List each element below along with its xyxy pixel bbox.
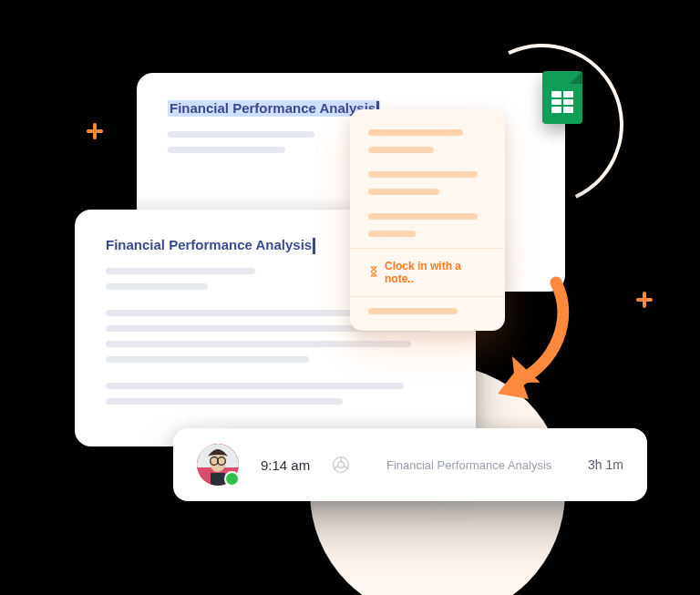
arrow-down-icon bbox=[474, 273, 583, 410]
document-title-text: Financial Performance Analysis bbox=[170, 100, 376, 116]
menu-item-placeholder[interactable] bbox=[368, 129, 463, 136]
online-status-dot bbox=[224, 471, 240, 487]
menu-item-placeholder[interactable] bbox=[368, 171, 478, 178]
chrome-icon bbox=[332, 456, 350, 474]
document-title-text: Financial Performance Analysis bbox=[106, 237, 312, 252]
entry-time: 9:14 am bbox=[261, 457, 310, 473]
menu-separator bbox=[350, 248, 505, 249]
document-title[interactable]: Financial Performance Analysis bbox=[106, 237, 314, 253]
menu-item-placeholder[interactable] bbox=[368, 147, 434, 153]
clock-in-action[interactable]: Clock in with a note.. bbox=[368, 260, 487, 285]
svg-point-8 bbox=[338, 462, 345, 468]
menu-item-placeholder[interactable] bbox=[368, 231, 416, 237]
google-sheets-icon[interactable] bbox=[542, 71, 582, 124]
sparkle-icon bbox=[636, 292, 653, 308]
menu-item-placeholder[interactable] bbox=[368, 308, 458, 314]
document-title[interactable]: Financial Performance Analysis bbox=[168, 100, 380, 117]
menu-item-placeholder[interactable] bbox=[368, 213, 478, 220]
sparkle-icon bbox=[87, 123, 103, 139]
svg-rect-6 bbox=[211, 473, 225, 486]
time-entry-row[interactable]: 9:14 am Financial Performance Analysis 3… bbox=[173, 428, 647, 501]
hourglass-icon bbox=[368, 266, 379, 280]
entry-duration: 3h 1m bbox=[588, 457, 623, 472]
avatar[interactable] bbox=[197, 444, 239, 486]
entry-task: Financial Performance Analysis bbox=[372, 458, 566, 472]
menu-item-placeholder[interactable] bbox=[368, 189, 439, 195]
clock-in-label: Clock in with a note.. bbox=[385, 260, 487, 285]
text-cursor-icon bbox=[314, 239, 314, 253]
